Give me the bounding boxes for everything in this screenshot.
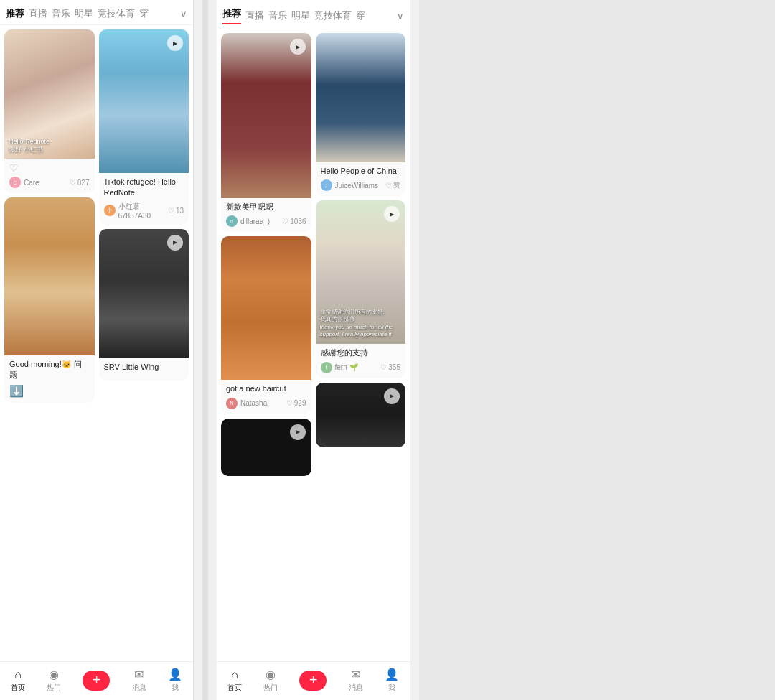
nav-music-1[interactable]: 音乐 bbox=[52, 7, 70, 20]
add-button-1[interactable]: + bbox=[83, 671, 110, 691]
card-guitar[interactable]: ▶ SRV Little Wing bbox=[99, 229, 189, 381]
heart-icon-nails: ♡ bbox=[282, 218, 288, 225]
add-button-2[interactable]: + bbox=[299, 671, 327, 691]
nav-fashion-1[interactable]: 穿 bbox=[139, 7, 149, 20]
nav-live-1[interactable]: 直播 bbox=[29, 7, 47, 20]
nav-sports-1[interactable]: 竞技体育 bbox=[98, 7, 135, 20]
card-girl-selfie[interactable]: Hello Rednote 你好 小红书 ♡ C Care bbox=[4, 29, 95, 193]
likes-thanks: 355 bbox=[388, 363, 400, 371]
overlay-text-hello: Hello Rednote 你好 小红书 bbox=[9, 138, 50, 154]
card-title-hello-china: Hello People of China! bbox=[321, 166, 401, 177]
phone-2: 推荐 直播 音乐 明星 竞技体育 穿 ∨ ▶ 新款美甲嗯嗯 bbox=[217, 0, 410, 700]
play-button-guitar[interactable]: ▶ bbox=[167, 235, 183, 251]
card-woman-thanks[interactable]: ▶ 非常感谢你们所有的支持, 我真的很感激 thank you so much … bbox=[316, 200, 406, 378]
masonry-grid-1: Hello Rednote 你好 小红书 ♡ C Care bbox=[0, 25, 193, 407]
card-info-guitar: SRV Little Wing bbox=[99, 358, 189, 381]
plus-icon-1: + bbox=[93, 672, 101, 689]
card-title-tiktok: Tiktok refugee! Hello RedNote bbox=[104, 177, 184, 199]
card-info-woman-thanks: 感谢您的支持 f fern 🌱 ♡ 355 bbox=[316, 344, 406, 378]
nav-star-2[interactable]: 明星 bbox=[291, 9, 310, 22]
bottom-nav-profile-2[interactable]: 👤 我 bbox=[385, 668, 399, 693]
card-meta-fashion: d dlllaraa_) ♡ 1036 bbox=[226, 215, 306, 227]
avatar-xiaohongshu: 小 bbox=[104, 205, 116, 216]
content-1: Hello Rednote 你好 小红书 ♡ C Care bbox=[0, 25, 193, 661]
likes-tiktok: 13 bbox=[176, 207, 184, 215]
heart-empty-icon: ♡ bbox=[9, 162, 19, 174]
play-button-fashion[interactable]: ▶ bbox=[290, 39, 306, 55]
card-title-thanks: 感谢您的支持 bbox=[321, 347, 401, 358]
phone-1: 推荐 直播 音乐 明星 竞技体育 穿 ∨ Hello Rednote 你好 小红… bbox=[0, 0, 194, 700]
card-man-suit[interactable]: Hello People of China! J JuiceWilliams ♡… bbox=[316, 33, 406, 196]
author-name-dlllaraa: dlllaraa_) bbox=[240, 218, 270, 225]
hot-label-2: 热门 bbox=[263, 683, 278, 693]
card-fashion-girl[interactable]: ▶ 新款美甲嗯嗯 d dlllaraa_) ♡ 1036 bbox=[221, 33, 311, 232]
card-image-dark-video2: ▶ bbox=[316, 383, 406, 447]
overlay-text-thanks: 非常感谢你们所有的支持, 我真的很感激 thank you so much fo… bbox=[320, 309, 393, 339]
bottom-nav-home-2[interactable]: ⌂ 首页 bbox=[227, 668, 242, 693]
play-button-man-hat[interactable]: ▶ bbox=[167, 35, 183, 51]
hot-icon-1: ◉ bbox=[49, 668, 59, 681]
nav-fashion-2[interactable]: 穿 bbox=[356, 9, 365, 22]
emoji-down: ⬇️ bbox=[9, 384, 90, 398]
card-image-man-hat: ▶ bbox=[99, 29, 189, 173]
avatar-natasha: N bbox=[226, 398, 238, 409]
col-2-right: Hello People of China! J JuiceWilliams ♡… bbox=[316, 33, 406, 476]
avatar-care: C bbox=[9, 177, 21, 188]
card-meta-woman-thanks: f fern 🌱 ♡ 355 bbox=[321, 362, 401, 373]
chevron-down-icon-2[interactable]: ∨ bbox=[397, 11, 404, 22]
bottom-nav-msg-2[interactable]: ✉ 消息 bbox=[349, 668, 363, 693]
likes-juice: 赞 bbox=[393, 180, 400, 190]
author-name-natasha: Natasha bbox=[240, 399, 267, 407]
card-image-girl-selfie: Hello Rednote 你好 小红书 bbox=[4, 29, 95, 159]
bottom-nav-hot-1[interactable]: ◉ 热门 bbox=[47, 668, 61, 693]
bottom-nav-hot-2[interactable]: ◉ 热门 bbox=[263, 668, 278, 693]
card-haircut[interactable]: got a new haircut N Natasha ♡ 929 bbox=[221, 236, 311, 414]
play-button-dark-video[interactable]: ▶ bbox=[290, 424, 306, 440]
play-button-dark-video2[interactable]: ▶ bbox=[384, 388, 400, 404]
nav-live-2[interactable]: 直播 bbox=[245, 9, 264, 22]
like-count-haircut: ♡ 929 bbox=[286, 399, 306, 407]
card-author-row-girl-selfie: C Care ♡ 827 bbox=[9, 177, 90, 188]
card-girl-selfie2[interactable]: Good morning!🐱 问题 ⬇️ bbox=[4, 197, 95, 403]
bottom-nav-home-1[interactable]: ⌂ 首页 bbox=[11, 668, 25, 693]
masonry-grid-2: ▶ 新款美甲嗯嗯 d dlllaraa_) ♡ 1036 bbox=[217, 29, 410, 480]
card-image-man-suit bbox=[316, 33, 406, 162]
like-count-tiktok: ♡ 13 bbox=[168, 207, 184, 215]
heart-icon-care: ♡ bbox=[70, 179, 76, 187]
nav-sports-2[interactable]: 竞技体育 bbox=[314, 9, 352, 22]
divider bbox=[202, 0, 208, 700]
card-title-good-morning: Good morning!🐱 问题 bbox=[9, 359, 90, 381]
bottom-nav-msg-1[interactable]: ✉ 消息 bbox=[132, 668, 146, 693]
card-image-guitar: ▶ bbox=[99, 229, 189, 358]
heart-icon-juice: ♡ bbox=[385, 182, 392, 190]
card-title-guitar: SRV Little Wing bbox=[104, 362, 184, 373]
nav-recommended-2[interactable]: 推荐 bbox=[222, 7, 241, 24]
hot-label-1: 热门 bbox=[47, 683, 61, 693]
card-meta-man-hat: 小 小红薯67857A30 ♡ 13 bbox=[104, 202, 184, 220]
avatar-fern: f bbox=[321, 362, 332, 373]
likes-care: 827 bbox=[78, 179, 90, 187]
content-2: ▶ 新款美甲嗯嗯 d dlllaraa_) ♡ 1036 bbox=[217, 29, 410, 661]
home-label-2: 首页 bbox=[227, 683, 242, 693]
nav-recommended-1[interactable]: 推荐 bbox=[6, 7, 24, 20]
card-dark-video2[interactable]: ▶ bbox=[316, 383, 406, 447]
bottom-nav-profile-1[interactable]: 👤 我 bbox=[168, 668, 182, 693]
msg-icon-2: ✉ bbox=[351, 668, 360, 681]
bottom-nav-1: ⌂ 首页 ◉ 热门 + ✉ 消息 👤 我 bbox=[0, 661, 193, 700]
user-icon-1: 👤 bbox=[168, 668, 182, 681]
author-xiaohongshu: 小 小红薯67857A30 bbox=[104, 202, 168, 220]
card-dark-video[interactable]: ▶ bbox=[221, 419, 311, 476]
card-man-hat[interactable]: ▶ Tiktok refugee! Hello RedNote 小 小红薯678… bbox=[99, 29, 189, 225]
card-image-haircut bbox=[221, 236, 311, 380]
heart-icon-haircut: ♡ bbox=[286, 399, 293, 407]
nav-music-2[interactable]: 音乐 bbox=[268, 9, 287, 22]
card-image-woman-thanks: ▶ 非常感谢你们所有的支持, 我真的很感激 thank you so much … bbox=[316, 200, 406, 344]
chevron-down-icon-1[interactable]: ∨ bbox=[180, 9, 187, 19]
top-nav-1: 推荐 直播 音乐 明星 竞技体育 穿 ∨ bbox=[0, 0, 193, 25]
card-image-dark-video: ▶ bbox=[221, 419, 311, 476]
author-dlllaraa: d dlllaraa_) bbox=[226, 215, 270, 227]
nav-star-1[interactable]: 明星 bbox=[75, 7, 93, 20]
card-meta-man-suit: J JuiceWilliams ♡ 赞 bbox=[321, 179, 401, 191]
user-icon-2: 👤 bbox=[385, 668, 399, 681]
card-info-girl-selfie2: Good morning!🐱 问题 ⬇️ bbox=[4, 355, 95, 403]
